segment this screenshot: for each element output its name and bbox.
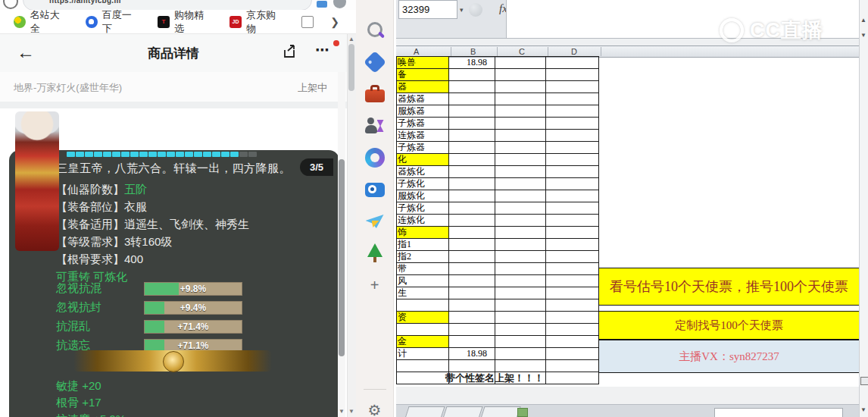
cell-a[interactable]: 化 (397, 154, 449, 166)
cell-b[interactable] (449, 227, 495, 239)
browser-extension-icon[interactable] (317, 1, 327, 8)
split-handle[interactable] (860, 377, 868, 385)
cell-b[interactable] (449, 166, 495, 178)
column-header-d[interactable]: D (571, 46, 577, 57)
cell-b[interactable] (449, 178, 495, 190)
scroll-up-icon[interactable]: ▲ (860, 17, 866, 24)
cell-a[interactable]: 风 (397, 275, 449, 287)
cell-d[interactable] (546, 312, 599, 324)
cell-d[interactable] (546, 81, 599, 93)
cell-b[interactable]: 18.98 (449, 348, 495, 360)
share-icon[interactable] (282, 45, 297, 60)
contacts-icon[interactable] (365, 116, 385, 136)
cell-a[interactable]: 连炼化 (397, 215, 449, 227)
cell-d[interactable] (546, 348, 599, 360)
plus-icon[interactable]: + (365, 275, 385, 295)
sheet-tab[interactable] (404, 406, 445, 417)
cell-a[interactable]: 备 (397, 69, 449, 81)
column-header-c[interactable]: C (519, 46, 525, 57)
scroll-up-icon[interactable]: ▲ (348, 36, 354, 42)
cell-d[interactable] (546, 190, 599, 202)
cell-b[interactable] (449, 93, 495, 105)
vertical-scrollbar[interactable] (859, 0, 868, 417)
gear-icon[interactable]: ⚙ (365, 400, 385, 417)
cell-a[interactable]: 子炼化 (397, 202, 449, 215)
bookmark-item[interactable]: 名站大全 (14, 8, 69, 36)
cell-c[interactable] (495, 118, 546, 130)
cell-b[interactable] (449, 142, 495, 154)
tag-icon[interactable] (365, 52, 385, 72)
cell-d[interactable] (546, 287, 599, 299)
page-scrollbar-thumb[interactable] (339, 159, 345, 356)
cell-c[interactable] (495, 312, 546, 324)
cell-a[interactable] (397, 360, 449, 372)
cell-a[interactable]: 饰 (397, 227, 449, 239)
cell-a[interactable]: 生 (397, 287, 449, 299)
cell-d[interactable] (546, 251, 599, 263)
cell-c[interactable] (495, 202, 546, 215)
cell-c[interactable] (495, 93, 546, 105)
cell-b[interactable] (449, 312, 495, 324)
cell-d[interactable] (546, 263, 599, 275)
cell-c[interactable] (495, 105, 546, 118)
cell-a[interactable]: 指2 (397, 251, 449, 263)
cell-d[interactable] (546, 93, 599, 105)
announcement-cell[interactable]: 看号估号10个天使票，推号100个天使票 (598, 268, 860, 306)
bookmark-item[interactable]: T购物精选 (158, 8, 213, 36)
cell-b[interactable]: 18.98 (449, 57, 495, 69)
cell-d[interactable] (546, 130, 599, 142)
cell-c[interactable] (495, 299, 546, 312)
cell-a[interactable] (397, 299, 449, 312)
column-header-a[interactable]: A (414, 46, 419, 57)
name-box-dropdown-icon[interactable]: ▾ (460, 6, 464, 14)
cell-a[interactable]: 子炼器 (397, 142, 449, 154)
insert-sheet-button[interactable] (517, 408, 528, 417)
cell-a[interactable]: 唤兽 (397, 57, 449, 69)
cell-c[interactable] (495, 287, 546, 299)
cell-a[interactable] (397, 324, 449, 336)
cell-c[interactable] (495, 130, 546, 142)
cell-a[interactable]: 器炼化 (397, 166, 449, 178)
cell-a[interactable]: 服炼化 (397, 190, 449, 202)
ring-icon[interactable] (365, 148, 385, 168)
cell-c[interactable] (495, 81, 546, 93)
cell-c[interactable] (495, 263, 546, 275)
cell-a[interactable]: 资 (397, 312, 449, 324)
cell-c[interactable] (495, 190, 546, 202)
cell-b[interactable] (449, 202, 495, 215)
cell-d[interactable] (546, 202, 599, 215)
cell-a[interactable]: 器炼器 (397, 93, 449, 105)
cell-c[interactable] (495, 227, 546, 239)
bookmark-item[interactable]: 百度一下 (86, 8, 141, 36)
cell-d[interactable] (546, 118, 599, 130)
cell-b[interactable] (449, 336, 495, 348)
cell-a[interactable]: 器 (397, 81, 449, 93)
paper-plane-icon[interactable] (365, 212, 385, 231)
cell-a[interactable]: 计 (397, 348, 449, 360)
toolbox-icon[interactable] (365, 84, 385, 104)
search-icon[interactable] (365, 20, 385, 40)
cell-a[interactable]: 金 (397, 336, 449, 348)
cell-c[interactable] (495, 275, 546, 287)
bookmarks-overflow-icon[interactable]: ❯ (330, 16, 339, 28)
cell-c[interactable] (495, 57, 546, 69)
page-indicator[interactable]: 3/5 (300, 158, 333, 176)
cell-a[interactable]: 指1 (397, 239, 449, 251)
cell-d[interactable] (546, 275, 599, 287)
cell-b[interactable] (449, 215, 495, 227)
cell-c[interactable] (495, 251, 546, 263)
cell-b[interactable] (449, 69, 495, 81)
cell-d[interactable] (546, 227, 599, 239)
cell-d[interactable] (546, 336, 599, 348)
cell-b[interactable] (449, 130, 495, 142)
column-header-b[interactable]: B (470, 46, 476, 57)
cell-d[interactable] (546, 372, 599, 384)
cell-c[interactable] (495, 239, 546, 251)
cell-a[interactable]: 子炼化 (397, 178, 449, 190)
cell-b[interactable] (449, 324, 495, 336)
cancel-entry-button[interactable] (469, 3, 482, 17)
cell-d[interactable] (546, 105, 599, 118)
more-menu-icon[interactable]: ⋯ (315, 42, 329, 58)
cell-c[interactable] (495, 69, 546, 81)
cell-d[interactable] (546, 324, 599, 336)
